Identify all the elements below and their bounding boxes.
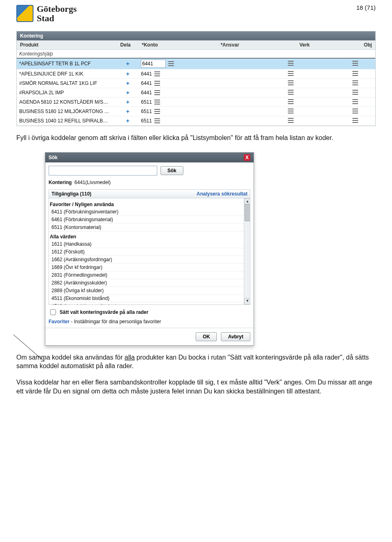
plus-icon[interactable]: + xyxy=(126,99,129,105)
list-icon[interactable] xyxy=(288,71,294,76)
list-icon[interactable] xyxy=(352,80,358,85)
search-button[interactable]: Sök xyxy=(160,166,183,175)
available-count: Tillgängliga (110) xyxy=(51,191,91,197)
table-row[interactable]: *APELSINJUICE DRF 1L KIK+6441 xyxy=(17,69,375,79)
table-row[interactable]: AGENDA 5810 12 KONSTLÄDER M/S…+6511 xyxy=(17,98,375,107)
list-item[interactable]: 1612 (Förskott) xyxy=(50,248,249,256)
plus-icon[interactable]: + xyxy=(126,60,129,67)
favourites-text: - Inställningar för dina personliga favo… xyxy=(69,319,161,324)
produkt-cell: AGENDA 5810 12 KONSTLÄDER M/S… xyxy=(17,98,117,107)
konto-input[interactable] xyxy=(141,60,166,68)
kontering-label: Kontering xyxy=(49,180,72,185)
org-logo-block: Göteborgs Stad xyxy=(16,4,77,23)
col-obj: Obj xyxy=(361,40,375,50)
plus-icon[interactable]: + xyxy=(126,80,129,87)
list-item[interactable]: 2882 (Avräkningsskulder) xyxy=(50,279,249,287)
search-input[interactable] xyxy=(49,166,157,175)
paragraph-3: Vissa koddelar har en eller flera samban… xyxy=(16,378,376,395)
list-icon[interactable] xyxy=(352,61,358,66)
table-row[interactable]: #RAPSOLJA 2L IMP+6441 xyxy=(17,88,375,98)
list-icon[interactable] xyxy=(288,109,294,113)
kontering-panel: Kontering Produkt Dela *Konto *Ansvar Ve… xyxy=(16,31,376,126)
list-icon[interactable] xyxy=(168,61,174,66)
list-icon[interactable] xyxy=(352,71,358,76)
table-row[interactable]: BUSINESS 5180 12 MILJÖKARTONG …+6511 xyxy=(17,107,375,116)
list-item[interactable]: 6411 (Förbrukningsinventarier) xyxy=(50,208,249,216)
table-row[interactable]: #SMÖR NORMAL SALTAT 1KG LIF+6441 xyxy=(17,79,375,88)
table-row[interactable]: BUSINESS 1040 12 REFILL SPIRALB…+6511 xyxy=(17,116,375,126)
kontering-table: Produkt Dela *Konto *Ansvar Verk Obj Kon… xyxy=(17,40,375,126)
org-name-line1: Göteborgs xyxy=(37,4,77,13)
dialog-title: Sök xyxy=(49,155,58,160)
ok-button[interactable]: OK xyxy=(196,332,217,341)
list-item[interactable]: 4511 (Ekonomiskt bistånd) xyxy=(50,295,249,302)
list-icon[interactable] xyxy=(154,109,160,114)
list-item[interactable]: 6511 (Kontorsmaterial) xyxy=(50,224,249,231)
list-icon[interactable] xyxy=(288,99,294,104)
paragraph-1: Fyll i övriga koddelar genom att skriva … xyxy=(16,133,376,142)
list-item[interactable]: 2889 (Övriga kf skulder) xyxy=(50,287,249,295)
org-name-line2: Stad xyxy=(37,13,77,23)
scroll-down-icon[interactable]: ▼ xyxy=(244,298,250,304)
produkt-cell: #RAPSOLJA 2L IMP xyxy=(17,88,117,98)
konto-value: 6511 xyxy=(141,109,152,114)
list-item[interactable]: 2831 (Förmedlingsmedel) xyxy=(50,271,249,279)
result-list: Favoriter / Nyligen använda6411 (Förbruk… xyxy=(49,198,250,305)
kontering-value: 6441(Livsmedel) xyxy=(74,180,111,185)
produkt-cell: BUSINESS 5180 12 MILJÖKARTONG … xyxy=(17,107,117,116)
list-icon[interactable] xyxy=(352,99,358,104)
close-icon[interactable]: X xyxy=(244,154,250,161)
kontering-hint: Konteringshjälp xyxy=(17,50,375,58)
group-favourites: Favoriter / Nyligen använda xyxy=(50,202,249,207)
list-icon[interactable] xyxy=(352,90,358,95)
plus-icon[interactable]: + xyxy=(126,118,129,124)
list-item[interactable]: 1611 (Handkassa) xyxy=(50,240,249,248)
list-icon[interactable] xyxy=(154,100,160,104)
list-item[interactable]: 4512 (Introduktionsersättning) xyxy=(50,302,249,305)
list-icon[interactable] xyxy=(352,118,358,123)
konto-value: 6441 xyxy=(141,71,152,77)
konto-value: 6441 xyxy=(141,80,152,86)
konto-value: 6511 xyxy=(141,118,152,124)
produkt-cell: BUSINESS 1040 12 REFILL SPIRALB… xyxy=(17,116,117,126)
set-all-label: Sätt valt konteringsvärde på alla rader xyxy=(60,309,148,315)
list-item[interactable]: 1669 (Övr kf fordringar) xyxy=(50,264,249,271)
panel-title: Kontering xyxy=(17,31,375,40)
plus-icon[interactable]: + xyxy=(126,71,129,77)
plus-icon[interactable]: + xyxy=(126,108,129,115)
produkt-cell: *APELSINJUICE DRF 1L KIK xyxy=(17,69,117,79)
search-dialog: Sök X Sök Kontering 6441(Livsmedel) Till… xyxy=(45,152,254,346)
col-konto: *Konto xyxy=(138,40,217,50)
analyse-link[interactable]: Analysera sökresultat xyxy=(196,191,247,197)
produkt-cell: #SMÖR NORMAL SALTAT 1KG LIF xyxy=(17,79,117,88)
list-icon[interactable] xyxy=(288,118,294,123)
list-item[interactable]: 6461 (Förbrukningsmaterial) xyxy=(50,216,249,224)
list-icon[interactable] xyxy=(154,118,160,123)
table-row[interactable]: *APELSINSAFT TETR B 1L PCF+ xyxy=(17,58,375,69)
list-icon[interactable] xyxy=(154,71,160,76)
favourites-link[interactable]: Favoriter xyxy=(49,319,69,324)
city-crest-icon xyxy=(16,5,33,22)
paragraph-2: Om samma koddel ska användas för alla pr… xyxy=(16,353,376,371)
list-icon[interactable] xyxy=(154,90,160,95)
produkt-cell: *APELSINSAFT TETR B 1L PCF xyxy=(17,58,117,69)
col-ansvar: *Ansvar xyxy=(217,40,296,50)
col-produkt: Produkt xyxy=(17,40,117,50)
list-icon[interactable] xyxy=(352,109,358,113)
col-verk: Verk xyxy=(296,40,361,50)
list-item[interactable]: 1662 (Avräkningsfordringar) xyxy=(50,256,249,264)
col-dela: Dela xyxy=(117,40,139,50)
set-all-checkbox[interactable] xyxy=(50,309,56,315)
group-all: Alla värden xyxy=(50,234,249,240)
cancel-button[interactable]: Avbryt xyxy=(221,332,250,341)
scrollbar[interactable]: ▲ ▼ xyxy=(244,198,250,304)
plus-icon[interactable]: + xyxy=(126,89,129,96)
scroll-thumb[interactable] xyxy=(245,204,250,221)
page-indicator: 18 (71) xyxy=(356,4,376,11)
list-icon[interactable] xyxy=(288,61,294,66)
konto-value: 6441 xyxy=(141,90,152,96)
list-icon[interactable] xyxy=(288,80,294,85)
list-icon[interactable] xyxy=(154,81,160,86)
konto-value: 6511 xyxy=(141,99,152,105)
list-icon[interactable] xyxy=(288,90,294,95)
